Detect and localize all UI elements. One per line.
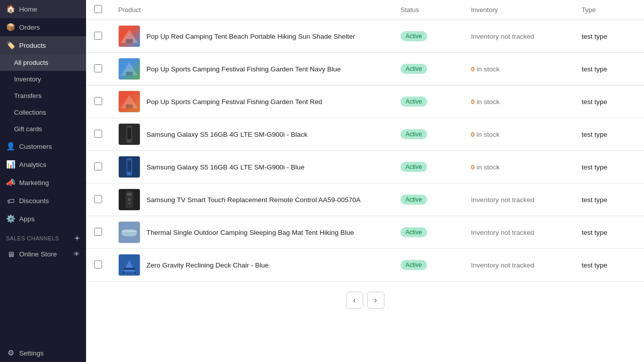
sidebar-item-all-products[interactable]: All products <box>0 54 86 71</box>
store-icon: 🖥 <box>6 249 15 258</box>
pagination: ‹ › <box>86 282 644 319</box>
svg-rect-5 <box>126 72 132 76</box>
row-checkbox-cell[interactable] <box>86 85 110 118</box>
product-thumbnail <box>118 123 140 145</box>
inventory-cell: Inventory not tracked <box>463 184 574 216</box>
inventory-suffix: in stock <box>475 65 500 73</box>
product-cell[interactable]: Thermal Single Outdoor Camping Sleeping … <box>110 216 392 249</box>
sidebar-item-online-store[interactable]: 🖥 Online Store 👁 <box>0 245 86 263</box>
sidebar-item-products[interactable]: 🏷️ Products <box>0 36 86 54</box>
sidebar-item-inventory[interactable]: Inventory <box>0 71 86 87</box>
row-checkbox[interactable] <box>94 64 102 72</box>
type-cell: test type <box>574 118 644 151</box>
status-badge: Active <box>400 64 427 74</box>
row-checkbox-cell[interactable] <box>86 151 110 184</box>
product-cell[interactable]: Pop Up Sports Camping Festival Fishing G… <box>110 53 392 85</box>
prev-page-button[interactable]: ‹ <box>346 292 363 309</box>
svg-point-16 <box>128 172 130 174</box>
inventory-suffix: in stock <box>475 163 500 171</box>
sidebar-item-label: Customers <box>19 143 52 150</box>
sidebar-item-gift-cards[interactable]: Gift cards <box>0 121 86 137</box>
sidebar-item-label: Settings <box>19 349 44 357</box>
row-checkbox-cell[interactable] <box>86 53 110 85</box>
sidebar-item-home[interactable]: 🏠 Home <box>0 0 86 18</box>
row-checkbox[interactable] <box>94 228 102 236</box>
next-page-button[interactable]: › <box>367 292 384 309</box>
sidebar-item-collections[interactable]: Collections <box>0 104 86 121</box>
sidebar-item-orders[interactable]: 📦 Orders <box>0 18 86 36</box>
status-badge: Active <box>400 31 427 41</box>
home-icon: 🏠 <box>6 5 15 14</box>
inventory-zero-value: 0 <box>471 98 475 106</box>
row-checkbox-cell[interactable] <box>86 249 110 282</box>
row-checkbox[interactable] <box>94 32 102 40</box>
sidebar-item-label: Online Store <box>19 250 57 258</box>
svg-point-20 <box>128 198 131 201</box>
status-cell: Active <box>392 151 463 184</box>
product-cell[interactable]: Samsung Galaxy S5 16GB 4G LTE SM-G900i -… <box>110 151 392 184</box>
product-thumbnail <box>118 58 140 80</box>
status-badge: Active <box>400 97 427 107</box>
inventory-suffix: in stock <box>475 131 500 138</box>
row-checkbox[interactable] <box>94 260 102 268</box>
svg-point-21 <box>128 203 130 205</box>
sidebar-item-analytics[interactable]: 📊 Analytics <box>0 155 86 173</box>
sidebar-item-transfers[interactable]: Transfers <box>0 87 86 104</box>
sidebar-item-settings[interactable]: ⚙ Settings <box>0 344 86 362</box>
sidebar-item-label: Apps <box>19 215 35 223</box>
product-cell[interactable]: Samsung TV Smart Touch Replacement Remot… <box>110 184 392 216</box>
inventory-zero-value: 0 <box>471 131 475 138</box>
status-badge: Active <box>400 195 427 205</box>
inventory-column-header: Inventory <box>463 0 574 20</box>
table-row: Pop Up Sports Camping Festival Fishing G… <box>86 85 644 118</box>
product-cell[interactable]: Zero Gravity Reclining Deck Chair - Blue <box>110 249 392 282</box>
product-column-header: Product <box>110 0 392 20</box>
row-checkbox-cell[interactable] <box>86 216 110 249</box>
add-sales-channel-button[interactable]: + <box>74 234 80 243</box>
row-checkbox-cell[interactable] <box>86 184 110 216</box>
product-cell[interactable]: Samsung Galaxy S5 16GB 4G LTE SM-G900i -… <box>110 118 392 151</box>
select-all-checkbox[interactable] <box>94 5 102 13</box>
svg-rect-19 <box>127 193 132 196</box>
type-cell: test type <box>574 20 644 53</box>
marketing-icon: 📣 <box>6 178 15 187</box>
inventory-suffix: in stock <box>475 98 500 106</box>
table-row: Zero Gravity Reclining Deck Chair - Blue… <box>86 249 644 282</box>
product-cell[interactable]: Pop Up Sports Camping Festival Fishing G… <box>110 85 392 118</box>
sidebar-item-label: Analytics <box>19 161 46 168</box>
sidebar-item-customers[interactable]: 👤 Customers <box>0 137 86 155</box>
inventory-not-tracked: Inventory not tracked <box>471 196 534 204</box>
sidebar-item-marketing[interactable]: 📣 Marketing <box>0 173 86 192</box>
type-cell: test type <box>574 184 644 216</box>
inventory-cell: Inventory not tracked <box>463 20 574 53</box>
row-checkbox-cell[interactable] <box>86 118 110 151</box>
product-thumbnail <box>118 189 140 211</box>
status-column-header: Status <box>392 0 463 20</box>
apps-icon: ⚙️ <box>6 214 15 223</box>
sidebar-item-label: Collections <box>14 109 46 116</box>
status-badge: Active <box>400 260 427 270</box>
svg-rect-11 <box>127 128 131 139</box>
product-name: Pop Up Sports Camping Festival Fishing G… <box>146 65 341 73</box>
svg-rect-8 <box>126 105 132 109</box>
sidebar-item-discounts[interactable]: 🏷 Discounts <box>0 192 86 210</box>
row-checkbox-cell[interactable] <box>86 20 110 53</box>
products-icon: 🏷️ <box>6 41 15 50</box>
select-all-header[interactable] <box>86 0 110 20</box>
product-name: Samsung TV Smart Touch Replacement Remot… <box>146 196 361 204</box>
row-checkbox[interactable] <box>94 195 102 203</box>
inventory-cell: 0 in stock <box>463 85 574 118</box>
status-cell: Active <box>392 20 463 53</box>
row-checkbox[interactable] <box>94 130 102 138</box>
sidebar-item-label: Home <box>19 6 37 13</box>
inventory-cell: Inventory not tracked <box>463 216 574 249</box>
product-name: Pop Up Sports Camping Festival Fishing G… <box>146 98 322 106</box>
product-cell[interactable]: Pop Up Red Camping Tent Beach Portable H… <box>110 20 392 53</box>
inventory-cell: 0 in stock <box>463 151 574 184</box>
analytics-icon: 📊 <box>6 160 15 169</box>
table-row: Samsung Galaxy S5 16GB 4G LTE SM-G900i -… <box>86 151 644 184</box>
row-checkbox[interactable] <box>94 97 102 105</box>
row-checkbox[interactable] <box>94 162 102 170</box>
product-thumbnail <box>118 254 140 276</box>
sidebar-item-apps[interactable]: ⚙️ Apps <box>0 210 86 228</box>
